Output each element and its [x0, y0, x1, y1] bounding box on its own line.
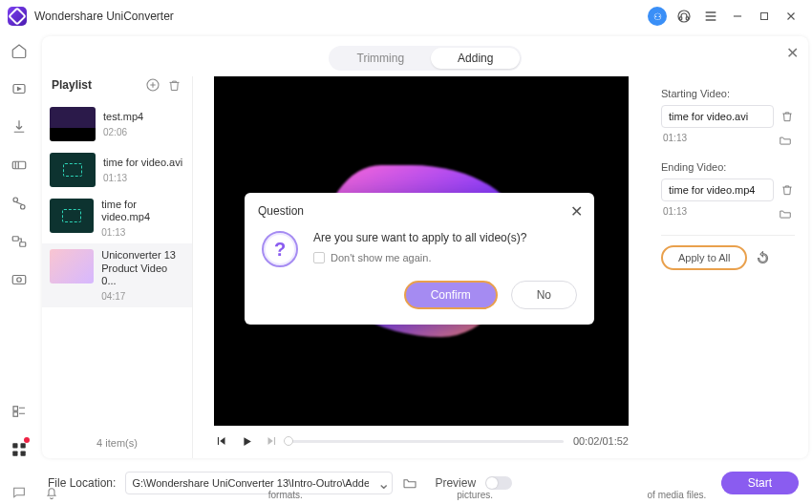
- starting-duration: 01:13: [663, 133, 687, 148]
- svg-point-6: [13, 198, 18, 202]
- side-rail: [0, 32, 38, 462]
- browse-ending-button[interactable]: [778, 206, 793, 221]
- delete-starting-button[interactable]: [780, 109, 795, 124]
- play-button[interactable]: [239, 433, 254, 449]
- close-window-button[interactable]: [778, 3, 804, 30]
- preview-label: Preview: [435, 476, 476, 490]
- minimize-button[interactable]: [724, 3, 751, 30]
- next-button[interactable]: [264, 433, 279, 449]
- menu-icon[interactable]: [697, 3, 724, 30]
- mode-tabs: Trimming Adding: [329, 46, 523, 71]
- player-controls: 00:02/01:52: [193, 426, 650, 458]
- svg-rect-1: [680, 17, 682, 20]
- item-duration: 01:13: [101, 227, 184, 238]
- playlist-item[interactable]: time for video.mp401:13: [42, 193, 192, 243]
- time-display: 00:02/01:52: [573, 435, 629, 447]
- file-location-input[interactable]: [126, 477, 374, 489]
- compress-icon[interactable]: [7, 153, 32, 178]
- settings-panel: Starting Video: time for video.avi 01:13…: [650, 76, 808, 458]
- svg-rect-14: [12, 443, 17, 448]
- support-icon[interactable]: [671, 3, 697, 30]
- svg-point-11: [17, 278, 22, 283]
- open-folder-button[interactable]: [402, 475, 417, 491]
- maximize-button[interactable]: [751, 3, 778, 30]
- question-icon: ?: [262, 231, 298, 267]
- playlist-panel: Playlist test.mp402:06 time for video.av…: [42, 76, 193, 458]
- app-title: Wondershare UniConverter: [34, 10, 174, 23]
- add-item-button[interactable]: [144, 76, 161, 94]
- thumbnail: [50, 107, 96, 141]
- svg-rect-13: [13, 412, 18, 417]
- playlist-count: 4 item(s): [42, 430, 192, 458]
- item-name: test.mp4: [103, 111, 143, 123]
- prev-button[interactable]: [214, 433, 229, 449]
- thumbnail: [50, 199, 94, 233]
- account-icon[interactable]: ⚇: [644, 3, 671, 30]
- playlist-item[interactable]: time for video.avi01:13: [42, 147, 192, 193]
- playlist-rail-icon[interactable]: [7, 399, 32, 424]
- seek-slider[interactable]: [288, 440, 564, 443]
- thumbnail: [50, 153, 96, 187]
- ending-duration: 01:13: [663, 206, 687, 221]
- dont-show-checkbox-row[interactable]: Don't show me again.: [313, 252, 526, 263]
- tab-trimming[interactable]: Trimming: [331, 48, 432, 69]
- item-duration: 02:06: [103, 127, 143, 137]
- confirm-dialog: Question ✕ ? Are you sure want to apply …: [245, 193, 594, 325]
- apply-to-all-button[interactable]: Apply to All: [661, 245, 747, 270]
- tab-adding[interactable]: Adding: [431, 48, 520, 69]
- svg-rect-17: [21, 452, 26, 456]
- home-icon[interactable]: [7, 38, 32, 63]
- svg-rect-16: [12, 452, 17, 456]
- dont-show-label: Don't show me again.: [331, 252, 431, 263]
- starting-video-field[interactable]: time for video.avi: [661, 105, 774, 128]
- delete-ending-button[interactable]: [780, 182, 795, 198]
- feature-hints: formats. pictures. of media files.: [191, 490, 783, 500]
- starting-video-label: Starting Video:: [661, 88, 795, 99]
- svg-rect-9: [20, 242, 26, 247]
- delete-item-button[interactable]: [165, 76, 182, 94]
- merge-icon[interactable]: [7, 229, 32, 254]
- feedback-icon[interactable]: [10, 483, 29, 502]
- convert-icon[interactable]: [7, 76, 32, 101]
- svg-rect-3: [761, 13, 768, 20]
- confirm-button[interactable]: Confirm: [404, 281, 498, 309]
- item-name: time for video.avi: [103, 157, 182, 169]
- svg-rect-2: [686, 17, 688, 20]
- app-logo: [8, 7, 27, 26]
- svg-rect-12: [13, 407, 18, 411]
- item-name: time for video.mp4: [101, 199, 184, 223]
- item-duration: 04:17: [101, 291, 184, 302]
- ending-video-field[interactable]: time for video.mp4: [661, 178, 774, 201]
- browse-starting-button[interactable]: [778, 133, 793, 148]
- dialog-message: Are you sure want to apply to all video(…: [313, 231, 526, 244]
- svg-rect-5: [12, 161, 26, 169]
- dont-show-checkbox[interactable]: [313, 252, 325, 263]
- svg-rect-10: [12, 276, 26, 284]
- playlist-title: Playlist: [52, 78, 140, 92]
- title-bar: Wondershare UniConverter ⚇: [0, 0, 812, 32]
- toolbox-icon[interactable]: [7, 437, 32, 462]
- svg-rect-8: [12, 237, 18, 242]
- status-icons: [10, 483, 61, 502]
- main-panel: ✕ Trimming Adding Playlist test.mp402:06: [42, 36, 808, 458]
- playlist-item[interactable]: Uniconverter 13 Product Video 0...04:17: [42, 243, 192, 307]
- svg-rect-15: [21, 443, 26, 448]
- svg-point-7: [21, 205, 26, 210]
- preview-toggle[interactable]: [485, 476, 512, 490]
- ending-video-label: Ending Video:: [661, 161, 795, 173]
- record-icon[interactable]: [7, 267, 32, 292]
- reset-button[interactable]: [755, 250, 770, 265]
- dialog-close-button[interactable]: ✕: [570, 202, 583, 220]
- hint-text: formats.: [268, 490, 303, 500]
- hint-text: of media files.: [648, 490, 707, 500]
- edit-icon[interactable]: [7, 191, 32, 216]
- thumbnail: [50, 249, 94, 284]
- hint-text: pictures.: [457, 490, 493, 500]
- no-button[interactable]: No: [511, 281, 577, 309]
- item-name: Uniconverter 13 Product Video 0...: [101, 249, 184, 287]
- playlist-item[interactable]: test.mp402:06: [42, 101, 192, 147]
- close-panel-button[interactable]: ✕: [786, 44, 799, 62]
- notification-icon[interactable]: [42, 483, 61, 502]
- dialog-title: Question: [245, 193, 594, 227]
- download-icon[interactable]: [7, 115, 32, 139]
